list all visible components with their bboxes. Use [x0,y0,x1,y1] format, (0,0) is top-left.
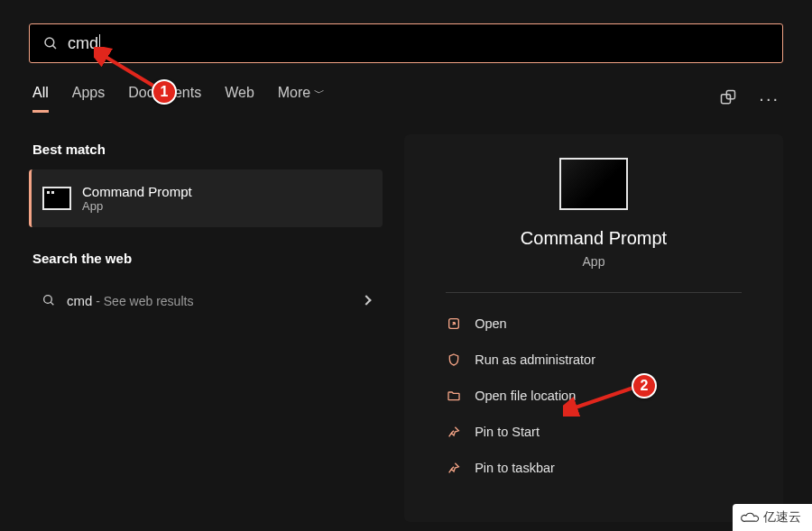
command-prompt-thumb [559,158,628,210]
action-admin-label: Run as administrator [475,352,595,367]
svg-point-0 [45,38,54,47]
search-web-heading: Search the web [32,251,379,266]
folder-icon [446,388,462,404]
annotation-badge-2: 2 [632,373,657,398]
preview-title: Command Prompt [521,228,667,249]
tab-all[interactable]: All [32,85,49,113]
watermark: 亿速云 [733,504,812,531]
pin-icon [446,460,462,476]
pin-icon [446,424,462,440]
web-suffix: - See web results [92,294,193,308]
open-icon [446,316,462,332]
shield-icon [446,352,462,368]
watermark-text: 亿速云 [763,509,801,526]
annotation-badge-1: 1 [152,79,177,105]
best-match-title: Command Prompt [82,184,192,199]
tab-web[interactable]: Web [225,85,254,113]
search-icon [42,35,59,51]
preview-subtitle: App [583,254,605,269]
command-prompt-icon [42,187,71,210]
svg-line-5 [51,302,53,305]
web-result-item[interactable]: cmd - See web results [29,279,383,322]
action-run-as-administrator[interactable]: Run as administrator [446,342,742,378]
chevron-right-icon [361,295,371,305]
action-pin-to-taskbar[interactable]: Pin to taskbar [446,450,742,486]
action-open[interactable]: Open [446,306,742,342]
svg-line-1 [52,45,56,49]
cloud-icon [740,510,760,525]
best-match-item[interactable]: Command Prompt App [29,169,383,227]
more-options-icon[interactable]: ··· [759,88,780,109]
action-pin-start-label: Pin to Start [475,425,540,439]
search-icon [42,293,56,307]
best-match-subtitle: App [82,199,192,213]
divider [446,292,742,293]
best-match-heading: Best match [32,142,379,157]
svg-line-8 [570,386,639,409]
action-pin-taskbar-label: Pin to taskbar [475,461,555,475]
tab-more[interactable]: More﹀ [278,85,325,113]
action-open-label: Open [475,316,506,331]
chevron-down-icon: ﹀ [314,86,325,101]
svg-line-7 [101,54,161,90]
action-file-location-label: Open file location [475,389,576,403]
window-snap-icon[interactable] [719,88,737,110]
web-term: cmd [67,293,92,308]
action-pin-to-start[interactable]: Pin to Start [446,414,742,450]
preview-panel: Command Prompt App Open Run as administr… [404,134,783,522]
svg-point-4 [44,296,52,304]
